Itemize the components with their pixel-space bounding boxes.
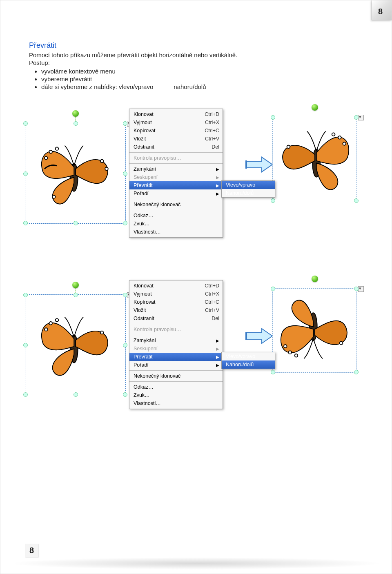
- menu-item-klonovat[interactable]: KlonovatCtrl+D: [129, 282, 223, 290]
- menu-item-zvuk[interactable]: Zvuk…: [129, 220, 223, 228]
- submenu-arrow-icon: ▶: [216, 363, 219, 367]
- submenu-arrow-icon: ▶: [216, 338, 219, 343]
- menu-item-odkaz[interactable]: Odkaz…: [129, 211, 223, 220]
- svg-point-17: [100, 331, 103, 334]
- submenu-prevratit[interactable]: Vlevo/vpravo Nahoru/dolů: [221, 180, 275, 198]
- resize-handle-icon[interactable]: [271, 370, 275, 374]
- resize-handle-icon[interactable]: [23, 293, 28, 297]
- butterfly-image-flipped-v: [276, 292, 354, 369]
- menu-item-nekonecny-klonovac[interactable]: Nekonečný klonovač: [129, 372, 223, 380]
- section-title: Převrátit: [29, 41, 367, 50]
- menu-item-odstranit[interactable]: OdstranitDel: [129, 314, 223, 323]
- context-menu[interactable]: KlonovatCtrl+D VyjmoutCtrl+X KopírovatCt…: [129, 109, 223, 238]
- rotation-stem-icon: [315, 282, 316, 289]
- selected-object-frame[interactable]: [25, 123, 126, 224]
- svg-point-14: [45, 328, 48, 331]
- resize-handle-icon[interactable]: [354, 198, 359, 203]
- svg-point-16: [55, 318, 58, 322]
- menu-item-zvuk[interactable]: Zvuk…: [129, 391, 223, 399]
- menu-item-seskupeni: Seskupení▶: [129, 173, 223, 181]
- resize-handle-icon[interactable]: [123, 221, 127, 225]
- rotation-handle-icon[interactable]: [312, 276, 318, 282]
- options-dropdown-icon[interactable]: [358, 286, 364, 292]
- menu-item-poradi[interactable]: Pořadí▶: [129, 189, 223, 198]
- resize-handle-icon[interactable]: [123, 293, 127, 297]
- svg-point-5: [105, 167, 108, 170]
- menu-item-kopirovat[interactable]: KopírovatCtrl+C: [129, 298, 223, 306]
- svg-point-3: [55, 147, 58, 150]
- menu-item-kontrola-pravopisu: Kontrola pravopisu…: [129, 154, 223, 162]
- svg-point-21: [288, 351, 292, 354]
- selected-object-frame[interactable]: [25, 294, 126, 395]
- resize-handle-icon[interactable]: [23, 392, 28, 397]
- step-2: vybereme převrátit: [41, 76, 367, 82]
- menu-item-prevratit[interactable]: Převrátit▶ Vlevo/vpravo Nahoru/dolů: [129, 181, 223, 189]
- resize-handle-icon[interactable]: [271, 287, 275, 291]
- menu-item-vyjmout[interactable]: VyjmoutCtrl+X: [129, 290, 223, 298]
- resize-handle-icon[interactable]: [354, 115, 359, 120]
- rotation-handle-icon[interactable]: [312, 104, 318, 111]
- resize-handle-icon[interactable]: [74, 221, 78, 225]
- resize-handle-icon[interactable]: [123, 171, 127, 176]
- step-3b: nahoru/dolů: [174, 83, 206, 90]
- resize-handle-icon[interactable]: [354, 287, 359, 291]
- menu-item-odstranit[interactable]: OdstranitDel: [129, 143, 223, 151]
- result-object-frame[interactable]: [272, 117, 357, 201]
- intro-line: Pomocí tohoto příkazu můžeme převrátit o…: [29, 51, 367, 58]
- rotation-handle-icon[interactable]: [72, 110, 79, 117]
- menu-item-vlastnosti[interactable]: Vlastnosti…: [129, 228, 223, 236]
- menu-item-nekonecny-klonovac[interactable]: Nekonečný klonovač: [129, 200, 223, 209]
- resize-handle-icon[interactable]: [23, 221, 28, 225]
- menu-item-kopirovat[interactable]: KopírovatCtrl+C: [129, 127, 223, 135]
- svg-rect-7: [245, 160, 247, 169]
- menu-item-vyjmout[interactable]: VyjmoutCtrl+X: [129, 118, 223, 127]
- menu-item-vlozit[interactable]: VložitCtrl+V: [129, 135, 223, 143]
- svg-point-22: [294, 354, 298, 357]
- menu-item-zamykani[interactable]: Zamykání▶: [129, 336, 223, 345]
- resize-handle-icon[interactable]: [123, 121, 127, 126]
- menu-item-klonovat[interactable]: KlonovatCtrl+D: [129, 110, 223, 118]
- menu-item-vlozit[interactable]: VložitCtrl+V: [129, 306, 223, 314]
- butterfly-image: [37, 135, 114, 212]
- submenu-item-nahoru-dolu[interactable]: Nahoru/dolů: [222, 189, 275, 197]
- submenu-arrow-icon: ▶: [216, 191, 219, 196]
- rotation-handle-icon[interactable]: [72, 282, 79, 288]
- butterfly-image: [37, 306, 114, 384]
- resize-handle-icon[interactable]: [354, 370, 359, 374]
- submenu-item-vlevo-vpravo[interactable]: Vlevo/vpravo: [222, 181, 275, 189]
- menu-item-seskupeni: Seskupení▶: [129, 345, 223, 353]
- submenu-prevratit[interactable]: Vlevo/vpravo Nahoru/dolů: [221, 352, 275, 369]
- resize-handle-icon[interactable]: [23, 343, 28, 347]
- arrow-right-icon: [245, 156, 274, 174]
- svg-point-10: [338, 136, 341, 139]
- resize-handle-icon[interactable]: [74, 293, 78, 297]
- page-number-top: 8: [378, 7, 383, 16]
- resize-handle-icon[interactable]: [271, 198, 275, 203]
- resize-handle-icon[interactable]: [271, 115, 275, 120]
- postup-label: Postup:: [29, 59, 367, 66]
- submenu-arrow-icon: ▶: [216, 183, 219, 188]
- resize-handle-icon[interactable]: [74, 392, 78, 397]
- menu-item-prevratit[interactable]: Převrátit▶ Vlevo/vpravo Nahoru/dolů: [129, 353, 223, 361]
- butterfly-image-flipped-h: [276, 120, 354, 198]
- menu-item-odkaz[interactable]: Odkaz…: [129, 383, 223, 391]
- submenu-arrow-icon: ▶: [216, 167, 219, 171]
- resize-handle-icon[interactable]: [23, 171, 28, 176]
- svg-point-2: [49, 150, 52, 154]
- resize-handle-icon[interactable]: [23, 121, 28, 126]
- context-menu[interactable]: KlonovatCtrl+D VyjmoutCtrl+X KopírovatCt…: [129, 280, 223, 409]
- step-1: vyvoláme kontextové menu: [41, 68, 367, 75]
- submenu-item-nahoru-dolu[interactable]: Nahoru/dolů: [222, 360, 275, 369]
- submenu-item-vlevo-vpravo[interactable]: Vlevo/vpravo: [222, 352, 275, 360]
- resize-handle-icon[interactable]: [123, 343, 127, 347]
- steps-list: vyvoláme kontextové menu vybereme převrá…: [41, 68, 367, 90]
- options-dropdown-icon[interactable]: [358, 115, 364, 120]
- result-object-frame[interactable]: [272, 288, 357, 373]
- svg-point-6: [52, 195, 56, 198]
- menu-item-vlastnosti[interactable]: Vlastnosti…: [129, 399, 223, 407]
- page-shadow: [9, 557, 383, 570]
- menu-item-poradi[interactable]: Pořadí▶: [129, 361, 223, 369]
- resize-handle-icon[interactable]: [74, 121, 78, 126]
- menu-item-zamykani[interactable]: Zamykání▶: [129, 165, 223, 173]
- resize-handle-icon[interactable]: [123, 392, 127, 397]
